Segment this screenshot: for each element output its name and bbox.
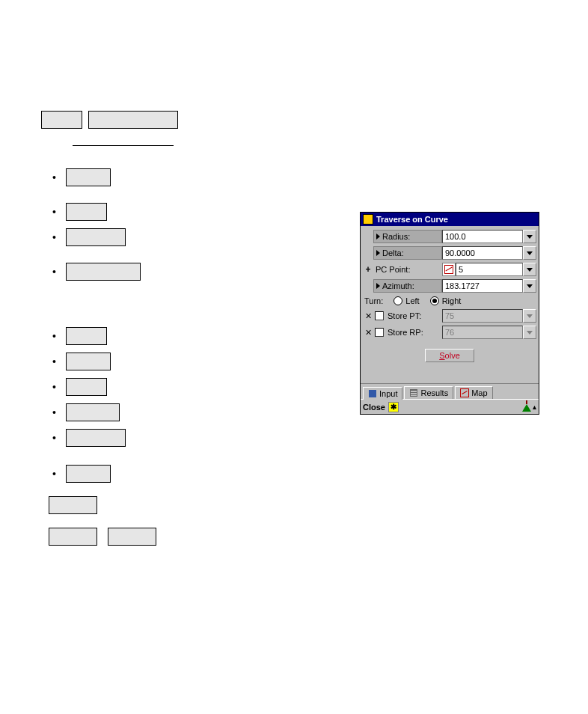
box-azimuth: [66, 263, 141, 281]
box-below: [49, 496, 97, 514]
pcpoint-lead: +: [363, 264, 373, 275]
radio-right[interactable]: [430, 296, 439, 305]
radius-label[interactable]: Radius:: [373, 230, 442, 243]
store-pt-label: Store PT:: [388, 311, 421, 320]
box-r6: [66, 465, 111, 483]
tree-icon[interactable]: [522, 403, 531, 412]
title-box-2: [88, 111, 178, 129]
x-icon: ✕: [365, 311, 372, 321]
radio-left[interactable]: [393, 296, 402, 305]
app-icon: [363, 214, 373, 225]
delta-input[interactable]: 90.0000: [442, 246, 523, 260]
bullet-group-2: [52, 327, 340, 447]
turn-left-label: Left: [405, 296, 419, 305]
tab-bar: Input Results Map: [361, 383, 539, 399]
tab-results[interactable]: Results: [404, 386, 453, 399]
store-pt-dropdown: [523, 309, 536, 323]
store-pt-input: 75: [442, 309, 523, 323]
pcpoint-dropdown[interactable]: [523, 263, 536, 276]
delta-dropdown[interactable]: [523, 246, 536, 260]
pcpoint-map-button[interactable]: [442, 263, 456, 276]
row-azimuth: Azimuth: 183.1727: [363, 278, 536, 293]
pcpoint-label: PC Point:: [373, 265, 442, 274]
bottom-bar: Close ✱ ▴: [361, 399, 539, 414]
row-radius: Radius: 100.0: [363, 229, 536, 244]
dialog-titlebar[interactable]: Traverse on Curve: [361, 213, 539, 226]
plus-icon: +: [365, 264, 370, 275]
map-mini-icon: [444, 265, 453, 274]
document-left-column: [41, 111, 340, 546]
solve-row: Solve: [363, 341, 536, 380]
caret-right-icon: [376, 250, 380, 256]
azimuth-input[interactable]: 183.1727: [442, 279, 523, 293]
bottom-pair: [49, 528, 340, 546]
tab-input[interactable]: Input: [363, 387, 402, 400]
delta-label[interactable]: Delta:: [373, 246, 442, 260]
box-radius: [66, 168, 111, 186]
close-button[interactable]: Close ✱: [363, 402, 399, 412]
x-icon: ✕: [365, 328, 372, 338]
storerp-lead: ✕: [363, 328, 373, 338]
radius-input[interactable]: 100.0: [442, 230, 523, 243]
storept-lead: ✕: [363, 311, 373, 321]
box-r4: [66, 403, 120, 421]
form-area: Radius: 100.0 Delta: 90.0000 + PC Point:…: [361, 226, 539, 383]
row-turn: Turn: Left Right: [363, 295, 536, 308]
store-rp-dropdown: [523, 326, 536, 339]
azimuth-label[interactable]: Azimuth:: [373, 279, 442, 293]
row-pcpoint: + PC Point: 5: [363, 262, 536, 277]
pcpoint-input[interactable]: 5: [456, 263, 523, 276]
row-store-rp: ✕ Store RP: 76: [363, 325, 536, 340]
row-store-pt: ✕ Store PT: 75: [363, 308, 536, 323]
azimuth-dropdown[interactable]: [523, 279, 536, 293]
radius-dropdown[interactable]: [523, 230, 536, 243]
title-row: [41, 111, 340, 129]
turn-right-label: Right: [442, 296, 462, 305]
box-r5: [66, 429, 126, 447]
disk-icon: [368, 389, 377, 398]
box-r3: [66, 378, 107, 396]
subtitle-underline: [73, 145, 174, 146]
store-pt-checkbox[interactable]: [375, 311, 384, 320]
solve-button[interactable]: Solve: [425, 349, 474, 362]
bullet-group-1: [52, 168, 340, 281]
caret-right-icon: [376, 283, 380, 289]
store-rp-input: 76: [442, 326, 523, 339]
box-r2: [66, 353, 111, 370]
box-pcpoint: [66, 228, 126, 246]
box-r1: [66, 327, 107, 345]
up-arrow-icon[interactable]: ▴: [533, 403, 536, 411]
traverse-on-curve-dialog: Traverse on Curve Radius: 100.0 Delta: 9…: [360, 212, 539, 415]
turn-label: Turn:: [364, 296, 383, 305]
map-icon: [460, 388, 469, 397]
star-icon: ✱: [388, 402, 399, 412]
store-rp-label: Store RP:: [388, 328, 423, 337]
box-pair-1: [49, 528, 97, 546]
list-icon: [409, 388, 418, 397]
store-rp-checkbox[interactable]: [375, 328, 384, 337]
box-pair-2: [108, 528, 156, 546]
caret-right-icon: [376, 234, 380, 239]
title-box-1: [41, 111, 82, 129]
row-delta: Delta: 90.0000: [363, 245, 536, 260]
dialog-title: Traverse on Curve: [376, 215, 448, 224]
box-delta: [66, 203, 107, 221]
bullet-group-3: [52, 465, 340, 483]
tab-map[interactable]: Map: [455, 386, 492, 399]
